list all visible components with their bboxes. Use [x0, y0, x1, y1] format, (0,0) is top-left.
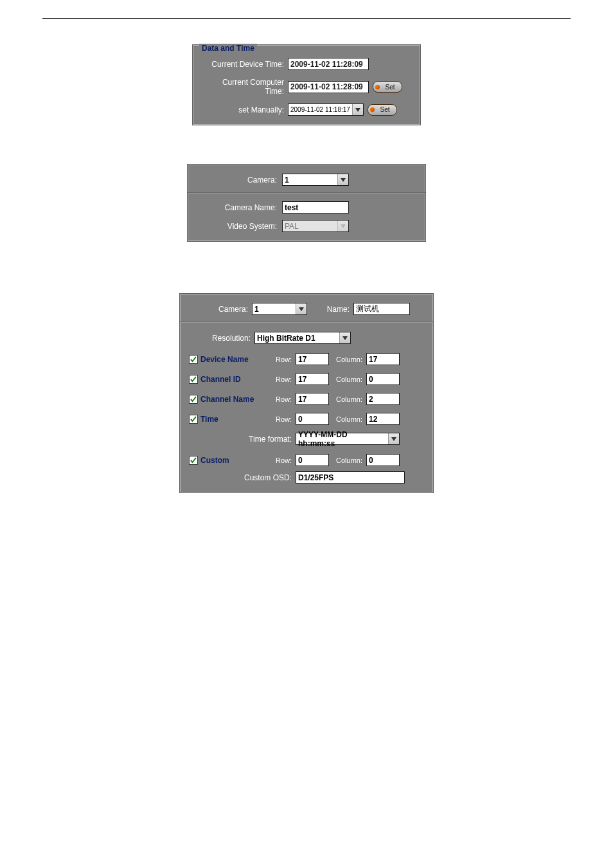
- camera-name-label: Camera Name:: [197, 203, 277, 212]
- channel-name-column-input[interactable]: [366, 393, 400, 405]
- device-name-checkbox[interactable]: Device Name: [189, 355, 260, 364]
- column-label: Column:: [332, 457, 362, 464]
- current-computer-time-value: [288, 81, 369, 93]
- custom-osd-label: Custom OSD:: [189, 473, 292, 482]
- channel-name-label: Channel Name: [200, 395, 254, 404]
- svg-marker-5: [391, 437, 396, 441]
- resolution-select[interactable]: High BitRate D1: [254, 332, 351, 344]
- resolution-value: High BitRate D1: [255, 334, 339, 343]
- channel-id-column-input[interactable]: [366, 373, 400, 385]
- channel-name-checkbox[interactable]: Channel Name: [189, 395, 260, 404]
- row-label: Row:: [263, 375, 292, 383]
- custom-checkbox[interactable]: Custom: [189, 456, 260, 465]
- current-device-time-label: Current Device Time:: [202, 60, 284, 69]
- time-checkbox[interactable]: Time: [189, 415, 260, 424]
- resolution-label: Resolution:: [189, 334, 251, 343]
- camera-panel: Camera: 1 Camera Name: Video System: PAL: [187, 164, 426, 242]
- osd-panel: Camera: 1 Name: Resolution: High BitRate…: [179, 293, 434, 493]
- device-name-column-input[interactable]: [366, 353, 400, 365]
- checkbox-checked-icon: [189, 375, 198, 384]
- osd-time-row: Time Row: Column:: [189, 413, 424, 425]
- name-input[interactable]: [353, 303, 410, 315]
- camera-label: Camera:: [189, 305, 248, 314]
- column-label: Column:: [332, 395, 362, 403]
- chevron-down-icon[interactable]: [352, 104, 363, 115]
- camera-select[interactable]: 1: [282, 174, 349, 186]
- time-label: Time: [200, 415, 218, 424]
- time-format-select[interactable]: YYYY-MM-DD hh:mm:ss: [296, 433, 400, 445]
- svg-marker-0: [355, 108, 360, 112]
- panel-legend: Data and Time: [199, 44, 257, 53]
- data-and-time-panel: Data and Time Current Device Time: Curre…: [192, 44, 421, 125]
- chevron-down-icon[interactable]: [337, 174, 348, 185]
- current-device-time-value: [288, 58, 369, 70]
- time-format-value: YYYY-MM-DD hh:mm:ss: [296, 430, 388, 448]
- set-computer-time-button[interactable]: Set: [373, 81, 402, 93]
- checkbox-checked-icon: [189, 456, 198, 465]
- svg-marker-2: [341, 224, 346, 228]
- set-manual-time-button[interactable]: Set: [368, 104, 397, 116]
- video-system-select: PAL: [282, 220, 349, 232]
- row-label: Row:: [263, 415, 292, 423]
- svg-marker-4: [342, 336, 348, 340]
- time-format-row: Time format: YYYY-MM-DD hh:mm:ss: [189, 433, 424, 445]
- set-manually-datetime-picker[interactable]: 2009-11-02 11:18:17: [288, 104, 364, 116]
- column-label: Column:: [332, 375, 362, 383]
- divider: [188, 192, 425, 194]
- row-label: Row:: [263, 356, 292, 363]
- row-label: Row:: [263, 395, 292, 403]
- checkbox-checked-icon: [189, 355, 198, 364]
- set-manually-value: 2009-11-02 11:18:17: [289, 106, 352, 113]
- camera-select[interactable]: 1: [252, 303, 307, 315]
- custom-row-input[interactable]: [296, 454, 329, 466]
- set-button-label: Set: [375, 106, 389, 113]
- checkbox-checked-icon: [189, 415, 198, 424]
- divider: [180, 321, 433, 323]
- device-name-row-input[interactable]: [296, 353, 329, 365]
- chevron-down-icon[interactable]: [296, 303, 306, 314]
- channel-id-checkbox[interactable]: Channel ID: [189, 375, 260, 384]
- time-row-input[interactable]: [296, 413, 329, 425]
- set-manually-row: set Manually: 2009-11-02 11:18:17 Set: [202, 104, 411, 116]
- camera-select-value: 1: [253, 305, 296, 314]
- device-name-label: Device Name: [200, 355, 249, 364]
- custom-osd-text-row: Custom OSD:: [189, 471, 424, 484]
- set-button-label: Set: [380, 84, 395, 91]
- video-system-value: PAL: [283, 222, 337, 231]
- row-label: Row:: [263, 457, 292, 464]
- camera-label: Camera:: [197, 176, 277, 185]
- svg-marker-1: [341, 178, 346, 182]
- custom-osd-input[interactable]: [296, 471, 405, 484]
- checkbox-checked-icon: [189, 395, 198, 404]
- time-column-input[interactable]: [366, 413, 400, 425]
- chevron-down-icon[interactable]: [339, 332, 350, 343]
- osd-custom-row: Custom Row: Column:: [189, 454, 424, 466]
- channel-name-row-input[interactable]: [296, 393, 329, 405]
- camera-select-value: 1: [283, 176, 337, 185]
- camera-name-input[interactable]: [282, 201, 349, 213]
- current-device-time-row: Current Device Time:: [202, 58, 411, 70]
- channel-id-row-input[interactable]: [296, 373, 329, 385]
- custom-label: Custom: [200, 456, 229, 465]
- time-format-label: Time format:: [189, 435, 292, 444]
- name-label: Name:: [311, 305, 350, 314]
- channel-id-label: Channel ID: [200, 375, 241, 384]
- current-computer-time-row: Current Computer Time: Set: [202, 78, 411, 96]
- osd-channel-name-row: Channel Name Row: Column:: [189, 393, 424, 405]
- osd-device-name-row: Device Name Row: Column:: [189, 353, 424, 365]
- column-label: Column:: [332, 415, 362, 423]
- osd-channel-id-row: Channel ID Row: Column:: [189, 373, 424, 385]
- chevron-down-icon: [337, 221, 348, 231]
- video-system-label: Video System:: [197, 222, 277, 231]
- horizontal-rule: [42, 18, 571, 19]
- set-manually-label: set Manually:: [202, 105, 284, 114]
- current-computer-time-label: Current Computer Time:: [202, 78, 284, 96]
- chevron-down-icon[interactable]: [388, 433, 399, 444]
- svg-marker-3: [299, 307, 304, 311]
- custom-column-input[interactable]: [366, 454, 400, 466]
- column-label: Column:: [332, 356, 362, 363]
